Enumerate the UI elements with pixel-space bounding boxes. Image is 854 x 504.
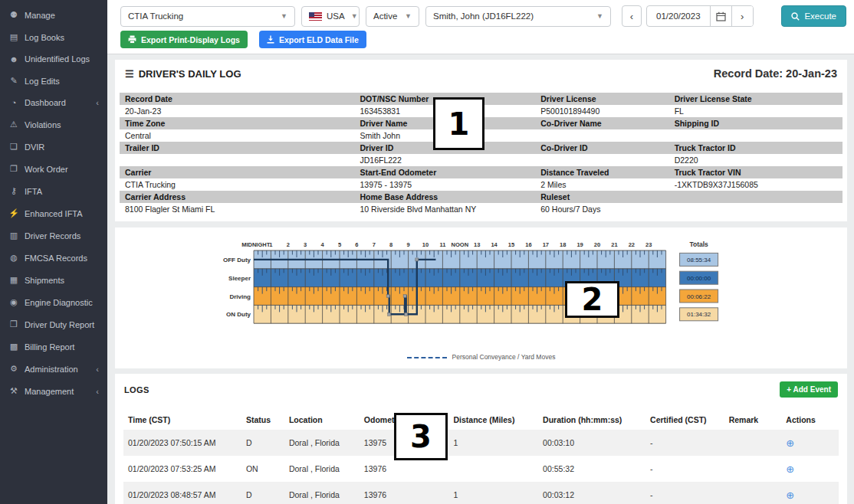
expand-event-icon[interactable]: ⊕ (786, 463, 794, 475)
sidebar-item-engine-diagnostic[interactable]: ◉Engine Diagnostic (0, 291, 107, 313)
log-cell-location: Doral , Florida (284, 456, 360, 482)
info-label-truck-tractor-vin: Truck Tractor VIN (669, 166, 843, 178)
company-select-value: CTIA Trucking (128, 11, 183, 21)
log-cell-status: D (241, 482, 284, 504)
sidebar: ⚉Manage▤Log Books☻Unidentified Logs✎Log … (0, 0, 107, 504)
info-value-row: JD16FL222 D2220 (120, 154, 843, 166)
log-cell-location: Doral , Florida (284, 430, 360, 456)
sidebar-item-label: Dashboard (25, 98, 66, 107)
status-select-value: Active (373, 11, 397, 21)
info-label-record-date: Record Date (120, 93, 354, 105)
sidebar-item-violations[interactable]: ⚠Violations (0, 113, 107, 136)
chart-hour-label: 11 (439, 241, 445, 248)
chart-hour-label: NOON (452, 241, 469, 248)
sidebar-item-manage[interactable]: ⚉Manage (0, 4, 107, 26)
chart-hour-label: 10 (422, 241, 429, 248)
chart-total-off-duty: 08:55:34 (687, 257, 711, 263)
chart-hour-label: 19 (576, 241, 583, 248)
sidebar-item-dvir[interactable]: ❏DVIR (0, 136, 107, 158)
sidebar-item-ifta[interactable]: ⚷IFTA (0, 180, 107, 202)
chart-hour-label: 18 (560, 241, 566, 248)
chevron-down-icon: ▼ (590, 12, 603, 20)
menu-icon[interactable]: ☰ (125, 68, 134, 80)
sidebar-item-log-books[interactable]: ▤Log Books (0, 26, 107, 48)
chart-hour-label: 17 (543, 241, 549, 248)
info-label-shipping-id: Shipping ID (669, 117, 843, 129)
download-icon (267, 35, 274, 44)
users-icon: ⚉ (8, 10, 19, 20)
execute-button[interactable]: Execute (781, 5, 846, 27)
chart-hour-label: 3 (304, 241, 307, 248)
chart-hour-label: MIDNIGHT (241, 241, 270, 248)
sidebar-item-fmcsa-records[interactable]: ◍FMCSA Records (0, 247, 107, 269)
sidebar-item-label: Violations (25, 120, 61, 129)
sidebar-item-driver-duty-report[interactable]: ❒Driver Duty Report (0, 313, 107, 335)
sidebar-item-dashboard[interactable]: ◔Dashboard‹ (0, 92, 107, 113)
date-input[interactable]: 01/20/2023 (647, 6, 710, 26)
sidebar-item-shipments[interactable]: ▦Shipments (0, 269, 107, 291)
expand-event-icon[interactable]: ⊕ (786, 437, 794, 449)
info-value-time-zone: Central (120, 129, 354, 142)
logs-table: Time (CST)StatusLocationOdometer (Miles)… (123, 410, 839, 504)
log-cell-time-cst: 01/20/2023 08:48:57 AM (123, 482, 241, 504)
calculator-icon: ▩ (8, 342, 19, 352)
export-print-display-logs-button[interactable]: Export Print-Display Logs (120, 31, 248, 48)
expand-event-icon[interactable]: ⊕ (786, 489, 794, 501)
page-title-text: DRIVER'S DAILY LOG (139, 68, 241, 80)
status-select[interactable]: Active ▼ (366, 6, 419, 27)
chart-hour-label: 6 (355, 241, 358, 248)
user-icon: ☻ (8, 54, 19, 64)
chart-hour-label: 20 (594, 241, 600, 248)
export-eld-data-file-button[interactable]: Export ELD Data File (259, 31, 366, 48)
driver-select[interactable]: Smith, John (JD16FL222) ▼ (425, 6, 611, 27)
previous-day-button[interactable]: ‹ (622, 5, 642, 27)
country-select[interactable]: USA ▼ (301, 6, 360, 27)
info-value-ruleset: 60 Hours/7 Days (535, 203, 668, 215)
logs-column-status: Status (241, 410, 284, 430)
page-title: ☰ DRIVER'S DAILY LOG (125, 68, 241, 80)
personal-conveyance-dashed-line-icon (407, 357, 447, 358)
info-label-truck-tractor-id: Truck Tractor ID (669, 142, 843, 154)
calendar-icon[interactable] (710, 6, 731, 26)
logs-column-duration-hh-mm-ss: Duration (hh:mm:ss) (538, 410, 645, 430)
info-value-trailer-id (120, 154, 354, 166)
chart-row-label-sleeper: Sleeper (228, 275, 251, 282)
sidebar-item-label: Manage (25, 11, 55, 20)
add-event-button[interactable]: + Add Event (780, 381, 838, 398)
sidebar-item-work-order[interactable]: ❐Work Order (0, 158, 107, 180)
sidebar-item-unidentified-logs[interactable]: ☻Unidentified Logs (0, 48, 107, 70)
info-label-carrier-address: Carrier Address (120, 191, 354, 203)
sidebar-item-log-edits[interactable]: ✎Log Edits (0, 70, 107, 92)
sidebar-item-administration[interactable]: ⚙Administration‹ (0, 358, 107, 380)
sidebar-item-driver-records[interactable]: ▥Driver Records (0, 224, 107, 247)
info-value-row: CTIA Trucking13975 - 139752 Miles-1XKTDB… (120, 178, 843, 191)
sidebar-item-management[interactable]: ⚒Management‹ (0, 380, 107, 402)
chart-hour-label: 1 (269, 241, 272, 248)
info-label-driver-license: Driver License (535, 93, 668, 105)
next-day-button[interactable]: › (731, 6, 753, 26)
chart-row-label-on-duty: ON Duty (226, 311, 251, 318)
info-label-carrier: Carrier (120, 166, 354, 178)
chevron-down-icon: ▼ (345, 12, 358, 20)
log-cell-status: D (241, 430, 284, 456)
toolbar-row-filters: CTIA Trucking ▼ USA ▼ Active ▼ Smith, Jo… (120, 5, 848, 27)
sidebar-item-label: FMCSA Records (25, 254, 87, 263)
sidebar-item-billing-report[interactable]: ▩Billing Report (0, 335, 107, 358)
info-value-truck-tractor-id: D2220 (669, 154, 843, 166)
info-value-truck-tractor-vin: -1XKTDB9X37J156085 (669, 178, 843, 191)
toolbar-row-exports: Export Print-Display Logs Export ELD Dat… (120, 31, 366, 48)
logs-column-time-cst: Time (CST) (123, 410, 241, 430)
info-value-start-end-odometer: 13975 - 13975 (354, 178, 535, 191)
company-select[interactable]: CTIA Trucking ▼ (120, 6, 295, 27)
info-label-ruleset: Ruleset (535, 191, 668, 203)
logs-column-location: Location (284, 410, 360, 430)
country-select-value: USA (327, 11, 345, 21)
log-cell-location: Doral , Florida (284, 482, 360, 504)
driver-select-value: Smith, John (JD16FL222) (433, 11, 534, 21)
info-value-shipping-id (669, 129, 843, 142)
sidebar-item-enhanced-ifta[interactable]: ⚡Enhanced IFTA (0, 202, 107, 224)
sidebar-item-label: Work Order (25, 165, 68, 174)
chart-hour-label: 16 (525, 241, 531, 248)
chart-hour-label: 4 (321, 241, 325, 248)
export-print-button-label: Export Print-Display Logs (141, 35, 240, 44)
